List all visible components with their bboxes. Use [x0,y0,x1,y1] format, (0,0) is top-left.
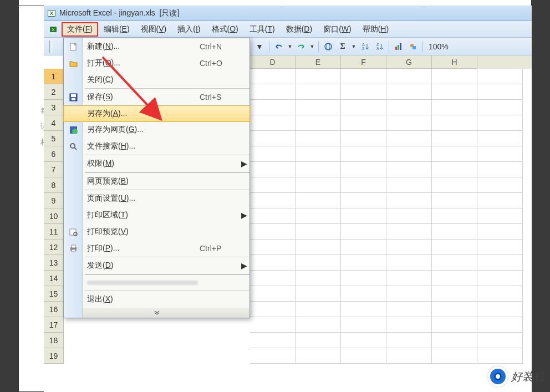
cell[interactable] [296,348,341,364]
cell[interactable] [477,131,523,146]
zoom-value[interactable]: 100% [425,42,452,51]
cell[interactable] [250,69,296,84]
menu-item[interactable]: 打开(O)...Ctrl+O [64,55,249,72]
menu-i[interactable]: 插入(I) [172,22,206,37]
cell[interactable] [477,302,523,317]
cell[interactable] [386,131,432,146]
cell[interactable] [477,286,523,302]
cell[interactable] [477,193,523,208]
menu-item[interactable]: 权限(M)▶ [64,155,249,172]
cell[interactable] [432,162,477,177]
cell[interactable] [386,100,432,115]
cell[interactable] [250,333,296,348]
cell[interactable] [432,271,477,286]
toolbar-button[interactable]: ▼ [253,40,266,53]
menu-o[interactable]: 格式(O) [206,22,244,37]
chart-button[interactable] [392,40,405,53]
sort-asc-button[interactable]: AZ [358,40,371,53]
cell[interactable] [432,348,477,364]
menu-item[interactable]: 网页预览(B) [64,173,249,190]
row-header[interactable]: 13 [44,255,64,271]
row-header[interactable]: 10 [44,208,64,224]
column-header[interactable]: D [250,55,296,69]
cell[interactable] [432,224,477,240]
cell[interactable] [432,177,477,193]
cell[interactable] [341,115,386,131]
cell[interactable] [296,271,341,286]
cell[interactable] [250,100,296,115]
cell[interactable] [341,131,386,146]
column-header[interactable]: E [296,55,341,69]
cell[interactable] [296,286,341,302]
row-header[interactable]: 5 [44,131,64,146]
cell[interactable] [341,255,386,271]
cell[interactable] [341,193,386,208]
redo-button[interactable] [294,40,308,53]
menu-item[interactable]: 打印区域(T)▶ [64,207,249,223]
row-header[interactable]: 1 [44,69,64,84]
cell[interactable] [432,84,477,100]
cell[interactable] [477,177,523,193]
menu-item-recent[interactable] [64,275,249,291]
cell[interactable] [432,193,477,208]
cell[interactable] [250,302,296,317]
cell[interactable] [432,131,477,146]
cell[interactable] [386,193,432,208]
cell[interactable] [250,177,296,193]
cell[interactable] [341,286,386,302]
cell[interactable] [477,317,523,333]
cell[interactable] [296,302,341,317]
cell[interactable] [477,69,523,84]
cell[interactable] [296,177,341,193]
row-header[interactable]: 19 [44,348,64,364]
cell[interactable] [477,146,523,162]
column-header[interactable]: F [341,55,386,69]
dropdown-arrow-icon[interactable]: ▼ [287,40,293,53]
cell[interactable] [432,333,477,348]
menu-v[interactable]: 视图(V) [135,22,172,37]
cell[interactable] [250,271,296,286]
cell[interactable] [296,100,341,115]
row-header[interactable]: 8 [44,177,64,193]
cell[interactable] [296,69,341,84]
menu-expand-chevron[interactable] [64,308,249,318]
cell[interactable] [386,84,432,100]
row-header[interactable]: 18 [44,333,64,348]
menu-item[interactable]: 退出(X) [64,291,249,308]
cell[interactable] [341,208,386,224]
menu-item[interactable]: 页面设置(U)... [64,190,249,207]
column-header[interactable]: H [432,55,477,69]
menu-d[interactable]: 数据(D) [281,22,318,37]
cell[interactable] [341,302,386,317]
undo-button[interactable] [272,40,286,53]
row-header[interactable]: 11 [44,224,64,240]
cell[interactable] [250,224,296,240]
cell[interactable] [341,224,386,240]
sort-desc-button[interactable]: ZA [373,40,386,53]
menu-item[interactable]: 文件搜索(H)... [64,138,249,155]
cell[interactable] [386,333,432,348]
cell[interactable] [386,255,432,271]
cell[interactable] [296,224,341,240]
row-header[interactable]: 4 [44,115,64,131]
cell[interactable] [341,100,386,115]
cell[interactable] [432,286,477,302]
cell[interactable] [386,240,432,255]
row-header[interactable]: 15 [44,286,64,302]
row-header[interactable]: 14 [44,271,64,286]
menu-item[interactable]: 保存(S)Ctrl+S [64,89,249,105]
cell[interactable] [296,146,341,162]
cell[interactable] [250,240,296,255]
menu-e[interactable]: 编辑(E) [98,22,135,37]
autosum-button[interactable]: Σ [336,40,349,53]
cell[interactable] [250,348,296,364]
cell[interactable] [341,317,386,333]
row-header[interactable]: 2 [44,84,64,100]
menu-f[interactable]: 文件(F) [62,22,98,37]
cell[interactable] [341,240,386,255]
cell[interactable] [341,333,386,348]
cell[interactable] [477,255,523,271]
cell[interactable] [386,271,432,286]
cell[interactable] [250,255,296,271]
cell[interactable] [432,69,477,84]
